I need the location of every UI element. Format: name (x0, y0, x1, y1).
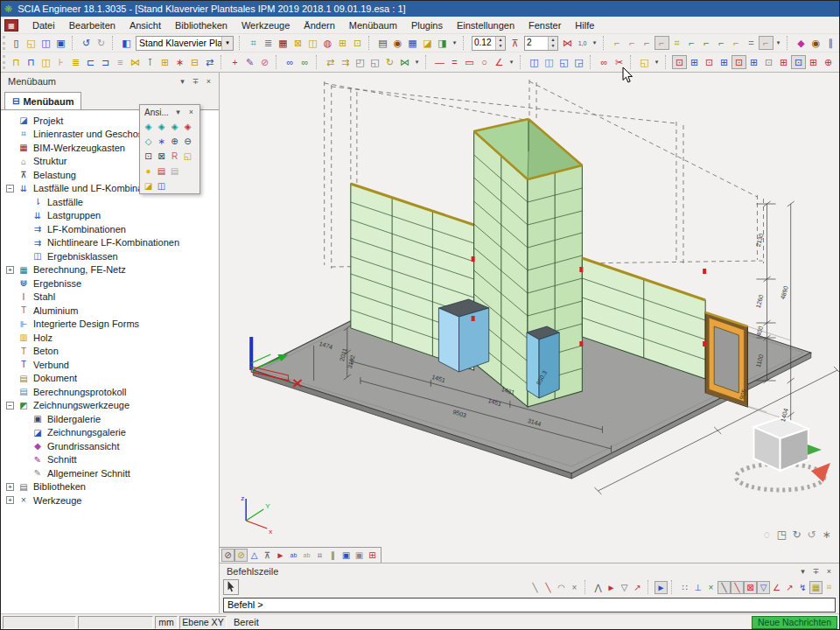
modify-dropdown[interactable]: ▾ (412, 55, 422, 69)
rotate-icon[interactable]: ↻ (382, 55, 397, 69)
mirror-icon[interactable]: ⋈ (560, 36, 575, 50)
tree-item-ergebnisse[interactable]: ⋓Ergebnisse (3, 276, 219, 290)
draw-on-icon[interactable]: ⊘ (234, 549, 248, 562)
command-input[interactable] (223, 598, 836, 612)
tree-item-berechnungsprotokoll[interactable]: ▤Berechnungsprotokoll (3, 385, 219, 399)
grid-snap-icon[interactable]: ∷ (678, 581, 691, 594)
tree-item-zeichnungsgalerie[interactable]: ◪Zeichnungsgalerie (3, 426, 219, 440)
load-label-icon[interactable]: ⊡ (732, 55, 746, 69)
sidebar-close-icon[interactable]: × (202, 77, 215, 86)
zoom-in-icon[interactable]: ⊕ (168, 135, 181, 148)
zoom-all-icon[interactable]: ⊠ (155, 150, 168, 163)
settings-corner-icon[interactable]: ∗ (819, 528, 834, 542)
render-params-icon[interactable]: ▤ (155, 164, 168, 178)
orbit-icon[interactable]: ↻ (789, 528, 804, 542)
hide-selection-icon[interactable]: ∞ (597, 55, 612, 69)
tree-item-lastf-lle[interactable]: ⇂Lastfälle (3, 195, 219, 209)
menu-plugins[interactable]: Plugins (404, 18, 450, 32)
extension-snap-icon[interactable]: ∠ (770, 581, 783, 594)
tab-menubaum[interactable]: ⊟ Menübaum (4, 92, 81, 109)
load-panel-icon[interactable]: ≡ (113, 55, 128, 69)
perpendicular-snap-icon[interactable]: ⊠ (744, 581, 757, 594)
picture-one-icon[interactable]: ▣ (340, 549, 353, 562)
activity-icon[interactable]: ◍ (320, 36, 335, 50)
picture-two-icon[interactable]: ▣ (353, 549, 366, 562)
renumber-icon[interactable]: ⊞ (746, 55, 761, 69)
line-grid-icon[interactable]: ⌗ (822, 581, 836, 594)
menu-fenster[interactable]: Fenster (522, 18, 568, 32)
vertex-snap-icon[interactable]: ⋀ (592, 581, 605, 594)
curve-snap-icon[interactable]: ↯ (796, 581, 809, 594)
menu-menbaum[interactable]: Menübaum (342, 18, 404, 32)
tree-item-berechnung-fe-netz[interactable]: +▦Berechnung, FE-Netz (3, 263, 219, 277)
rotate-right-arrow[interactable] (808, 444, 822, 455)
cut-plane-icon[interactable]: ✂ (612, 55, 626, 69)
internal-node-icon[interactable]: ⊺ (143, 55, 158, 69)
spinner-arrows[interactable]: ▲▼ (548, 37, 557, 50)
polar-snap-icon[interactable]: ↗ (783, 581, 796, 594)
layer-filter-icon-6[interactable]: ⌐ (684, 36, 699, 50)
polyline-icon[interactable]: = (447, 55, 462, 69)
hide-labels-icon[interactable]: ⊞ (776, 55, 791, 69)
center-view-icon[interactable]: ⊕ (821, 55, 836, 69)
tree-item-schnitt[interactable]: ✎Schnitt (3, 453, 219, 467)
axonometry-icon[interactable]: ◇ (142, 135, 155, 148)
command-menu-arrow-icon[interactable]: ▾ (796, 567, 809, 576)
free-point-icon[interactable]: ∗ (172, 55, 187, 69)
search-icon[interactable]: ◉ (390, 36, 405, 50)
rib-icon[interactable]: ⊏ (83, 55, 98, 69)
sidebar-menu-arrow-icon[interactable]: ▾ (176, 77, 189, 86)
beam-icon[interactable]: ⊓ (24, 55, 38, 69)
save-icon[interactable]: ▣ (53, 36, 68, 50)
bim-toolbox-icon[interactable]: ▦ (276, 36, 290, 50)
tree-item-bildergalerie[interactable]: ▣Bildergalerie (3, 412, 219, 426)
menu-bibliotheken[interactable]: Bibliotheken (168, 18, 234, 32)
render-off-icon[interactable]: ▤ (168, 164, 181, 178)
print-area-icon[interactable]: ◱ (181, 150, 194, 163)
zoom-tool-icon[interactable]: ◌ (760, 528, 774, 542)
new-project-icon[interactable]: ▯ (9, 36, 24, 50)
copy-window-icon[interactable]: ◫ (527, 55, 542, 69)
tree-item-bibliotheken[interactable]: +▤Bibliotheken (3, 480, 219, 494)
edge-snap-icon[interactable]: ▽ (618, 581, 631, 594)
show-params-icon[interactable]: ⊡ (791, 55, 806, 69)
view-dropdown[interactable]: ▾ (652, 55, 662, 69)
tree-item-nichtlineare-lf-kombinationen[interactable]: ⇉Nichtlineare LF-Kombinationen (3, 236, 219, 250)
visibility-icon[interactable]: ∞ (283, 55, 298, 69)
move-icon[interactable]: ⇄ (323, 55, 338, 69)
connect-members-icon[interactable]: ⋈ (128, 55, 143, 69)
draw-off-icon[interactable]: ⊘ (221, 549, 234, 562)
render-options-icon[interactable]: ◆ (794, 36, 808, 50)
tree-expander-icon[interactable]: + (6, 483, 14, 491)
ortho-snap-icon[interactable]: ⊥ (691, 581, 704, 594)
tree-expander-icon[interactable]: − (6, 185, 14, 192)
cursor-tool-icon[interactable] (223, 579, 239, 595)
node-label-icon[interactable]: ⊡ (672, 55, 687, 69)
angle-icon[interactable]: ⊼ (508, 36, 522, 50)
view-x-icon[interactable]: ◈ (142, 120, 155, 133)
zoom-window-icon[interactable]: ⊡ (142, 150, 155, 163)
new-messages-badge[interactable]: Neue Nachrichten (752, 616, 837, 629)
grid-member-icon[interactable]: ⊞ (158, 55, 172, 69)
structure-nodes-icon[interactable]: △ (248, 549, 261, 562)
tree-item-verbund[interactable]: TVerbund (3, 358, 219, 372)
decimal-places-icon[interactable]: 1,0 (575, 36, 590, 50)
copy-image-icon[interactable]: ◱ (556, 55, 571, 69)
endpoint-snap-icon[interactable]: ╲ (718, 581, 731, 594)
raster-icon[interactable]: ⊞ (366, 549, 379, 562)
scale-icon[interactable]: ⋈ (397, 55, 412, 69)
menu-werkzeuge[interactable]: Werkzeuge (234, 18, 297, 32)
numbering-icon[interactable]: ∥ (326, 549, 340, 562)
midpoint-snap-icon[interactable]: × (704, 581, 718, 594)
document-new-icon[interactable]: ◪ (420, 36, 435, 50)
angle-draw-icon[interactable]: ∠ (492, 55, 507, 69)
selection-icon[interactable]: ⊠ (290, 36, 305, 50)
line-snap-icon[interactable]: ╲ (528, 581, 542, 594)
open-view-icon[interactable]: ◱ (637, 55, 652, 69)
tree-item-ergebnisklassen[interactable]: ◫Ergebnisklassen (3, 249, 219, 263)
layer-filter-icon-8[interactable]: ⌐ (714, 36, 729, 50)
viewport-3d[interactable]: z Y x 2130489012604001100140414 (220, 73, 839, 563)
member-label-icon[interactable]: ⊞ (687, 55, 702, 69)
menu-hilfe[interactable]: Hilfe (568, 18, 601, 32)
calculator-icon[interactable]: ▦ (405, 36, 420, 50)
